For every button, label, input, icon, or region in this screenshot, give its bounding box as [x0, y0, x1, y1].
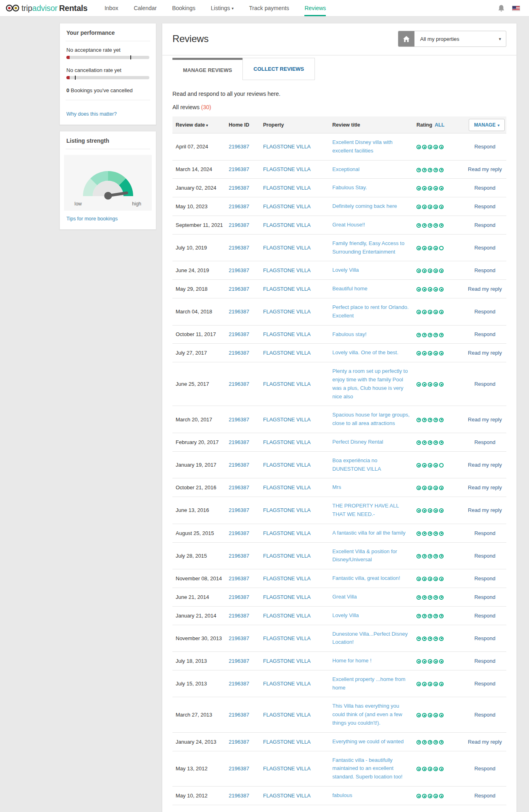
home-id-link[interactable]: 2196387 [229, 185, 249, 191]
review-title-link[interactable]: Mrs [332, 484, 341, 490]
home-id-link[interactable]: 2196387 [229, 793, 249, 799]
review-title-link[interactable]: Boa experiência no DUNESTONE VILLA [332, 457, 381, 472]
tab-collect-reviews[interactable]: COLLECT REVIEWS [242, 58, 315, 80]
review-title-link[interactable]: Exceptional [332, 166, 359, 172]
why-does-this-matter-link[interactable]: Why does this matter? [66, 111, 117, 117]
respond-link[interactable]: Respond [474, 439, 495, 445]
respond-link[interactable]: Respond [474, 245, 495, 251]
property-link[interactable]: FLAGSTONE VILLA [263, 507, 311, 513]
read-my-reply-link[interactable]: Read my reply [468, 286, 502, 292]
rating-all-link[interactable]: ALL [435, 122, 444, 128]
respond-link[interactable]: Respond [474, 203, 495, 209]
home-id-link[interactable]: 2196387 [229, 712, 249, 718]
property-link[interactable]: FLAGSTONE VILLA [263, 222, 311, 228]
home-id-link[interactable]: 2196387 [229, 484, 249, 491]
home-id-link[interactable]: 2196387 [229, 462, 249, 468]
review-title-link[interactable]: This Villa has everything you could thin… [332, 703, 402, 726]
review-title-link[interactable]: Beautiful home [332, 285, 368, 292]
respond-link[interactable]: Respond [474, 530, 495, 536]
property-link[interactable]: FLAGSTONE VILLA [263, 144, 311, 150]
review-title-link[interactable]: Lovely villa. One of the best. [332, 349, 398, 355]
nav-item-track-payments[interactable]: Track payments [249, 0, 289, 16]
property-link[interactable]: FLAGSTONE VILLA [263, 594, 311, 600]
manage-button[interactable]: MANAGE▾ [469, 119, 505, 131]
property-link[interactable]: FLAGSTONE VILLA [263, 417, 311, 423]
review-title-link[interactable]: Everything we could of wanted [332, 738, 404, 744]
property-link[interactable]: FLAGSTONE VILLA [263, 712, 311, 718]
home-id-link[interactable]: 2196387 [229, 613, 249, 619]
review-title-link[interactable]: Home for home ! [332, 658, 372, 664]
respond-link[interactable]: Respond [474, 553, 495, 559]
review-title-link[interactable]: Dunestone Villa...Perfect Disney Locatio… [332, 631, 408, 645]
review-title-link[interactable]: A fantastic villa for all the family [332, 530, 406, 536]
home-id-link[interactable]: 2196387 [229, 267, 249, 273]
property-filter-dropdown[interactable]: All my properties ▾ [398, 31, 506, 47]
read-my-reply-link[interactable]: Read my reply [468, 417, 502, 423]
respond-link[interactable]: Respond [474, 712, 495, 718]
respond-link[interactable]: Respond [474, 681, 495, 687]
home-id-link[interactable]: 2196387 [229, 417, 249, 423]
property-link[interactable]: FLAGSTONE VILLA [263, 245, 311, 251]
property-link[interactable]: FLAGSTONE VILLA [263, 613, 311, 619]
property-link[interactable]: FLAGSTONE VILLA [263, 286, 311, 292]
home-id-link[interactable]: 2196387 [229, 381, 249, 387]
home-id-link[interactable]: 2196387 [229, 681, 249, 687]
tripadvisor-rentals-logo[interactable]: tripadvisorRentals [6, 4, 87, 13]
review-title-link[interactable]: Fabulous stay! [332, 331, 367, 337]
property-link[interactable]: FLAGSTONE VILLA [263, 681, 311, 687]
review-title-link[interactable]: Definitely coming back here [332, 203, 397, 209]
nav-item-listings[interactable]: Listings▾ [211, 0, 234, 16]
property-link[interactable]: FLAGSTONE VILLA [263, 331, 311, 337]
home-id-link[interactable]: 2196387 [229, 594, 249, 600]
us-flag-icon[interactable] [512, 6, 520, 11]
property-link[interactable]: FLAGSTONE VILLA [263, 765, 311, 772]
read-my-reply-link[interactable]: Read my reply [468, 507, 502, 513]
respond-link[interactable]: Respond [474, 144, 495, 150]
home-id-link[interactable]: 2196387 [229, 439, 249, 445]
home-id-link[interactable]: 2196387 [229, 286, 249, 292]
home-id-link[interactable]: 2196387 [229, 765, 249, 772]
nav-item-inbox[interactable]: Inbox [104, 0, 118, 16]
property-link[interactable]: FLAGSTONE VILLA [263, 381, 311, 387]
review-title-link[interactable]: Fantastic villa - beautifully maintained… [332, 757, 402, 780]
property-link[interactable]: FLAGSTONE VILLA [263, 462, 311, 468]
review-title-link[interactable]: Excellent Disney villa with excellent fa… [332, 139, 393, 154]
home-id-link[interactable]: 2196387 [229, 658, 249, 664]
property-link[interactable]: FLAGSTONE VILLA [263, 267, 311, 273]
property-link[interactable]: FLAGSTONE VILLA [263, 484, 311, 491]
notification-bell-icon[interactable] [498, 4, 505, 12]
property-link[interactable]: FLAGSTONE VILLA [263, 739, 311, 745]
review-title-link[interactable]: Fabulous Stay. [332, 184, 367, 190]
review-title-link[interactable]: Family friendly, Easy Access to Surround… [332, 240, 404, 255]
tips-for-more-bookings-link[interactable]: Tips for more bookings [66, 216, 118, 222]
property-link[interactable]: FLAGSTONE VILLA [263, 166, 311, 172]
review-title-link[interactable]: Perfect place to rent for Orlando. Excel… [332, 304, 409, 319]
review-title-link[interactable]: Great Villa [332, 594, 357, 600]
property-link[interactable]: FLAGSTONE VILLA [263, 350, 311, 356]
review-title-link[interactable]: fabulous [332, 792, 352, 798]
respond-link[interactable]: Respond [474, 267, 495, 273]
review-title-link[interactable]: Plenty a room set up perfectly to enjoy … [332, 368, 408, 399]
home-id-link[interactable]: 2196387 [229, 530, 249, 536]
review-title-link[interactable]: Lovely Villa [332, 267, 359, 273]
respond-link[interactable]: Respond [474, 765, 495, 772]
review-title-link[interactable]: THE PROPERTY HAVE ALL THAT WE NEED.- [332, 503, 399, 517]
respond-link[interactable]: Respond [474, 331, 495, 337]
respond-link[interactable]: Respond [474, 185, 495, 191]
nav-item-reviews[interactable]: Reviews [304, 0, 326, 16]
respond-link[interactable]: Respond [474, 613, 495, 619]
review-title-link[interactable]: Fantastic villa, great location! [332, 575, 400, 581]
respond-link[interactable]: Respond [474, 309, 495, 315]
property-link[interactable]: FLAGSTONE VILLA [263, 185, 311, 191]
home-id-link[interactable]: 2196387 [229, 144, 249, 150]
respond-link[interactable]: Respond [474, 222, 495, 228]
review-title-link[interactable]: Excellent property ...home from home [332, 676, 406, 691]
property-link[interactable]: FLAGSTONE VILLA [263, 309, 311, 315]
home-id-link[interactable]: 2196387 [229, 222, 249, 228]
review-title-link[interactable]: Great House!! [332, 222, 365, 228]
review-title-link[interactable]: Lovely Villa [332, 612, 359, 618]
property-link[interactable]: FLAGSTONE VILLA [263, 635, 311, 641]
property-link[interactable]: FLAGSTONE VILLA [263, 793, 311, 799]
respond-link[interactable]: Respond [474, 381, 495, 387]
review-title-link[interactable]: Perfect Disney Rental [332, 439, 383, 445]
